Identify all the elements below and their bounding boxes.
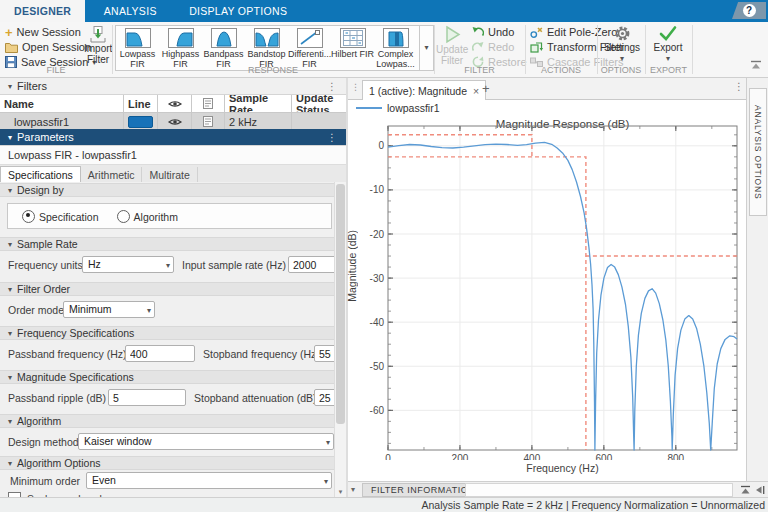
- frequency-units-select[interactable]: Hz▾: [82, 256, 174, 273]
- stopband-attenuation-field[interactable]: [314, 389, 336, 406]
- tab-designer[interactable]: DESIGNER: [0, 0, 85, 22]
- section-frequency-specifications[interactable]: ▾Frequency Specifications: [0, 326, 335, 340]
- analysis-options-strip: ANALYSIS OPTIONS: [746, 78, 768, 481]
- svg-text:-60: -60: [370, 405, 385, 416]
- section-magnitude-specifications[interactable]: ▾Magnitude Specifications: [0, 370, 335, 384]
- design-by-radio-group: Specification Algorithm: [7, 203, 332, 229]
- col-sample-rate: Sample Rate: [225, 95, 292, 112]
- parameters-panel-header[interactable]: ▾ Parameters ⋮: [0, 129, 346, 146]
- update-filter-icon: [443, 25, 462, 44]
- section-algorithm-options[interactable]: ▾Algorithm Options: [0, 456, 335, 470]
- actions-group-label: ACTIONS: [525, 65, 597, 75]
- figure-bar-menu-icon[interactable]: ⋮: [734, 81, 744, 92]
- radio-icon: [22, 210, 35, 223]
- open-session-button[interactable]: Open Session: [5, 41, 91, 53]
- collapse-arrow-icon[interactable]: ▾: [351, 485, 355, 494]
- help-button[interactable]: ?: [732, 2, 766, 19]
- radio-specification[interactable]: Specification: [22, 210, 99, 223]
- highpass-fir-button[interactable]: HighpassFIR: [159, 26, 202, 70]
- design-method-select[interactable]: Kaiser window▾: [78, 433, 334, 450]
- toolstrip-tab-bar: DESIGNER ANALYSIS DISPLAY OPTIONS ?: [0, 0, 768, 22]
- section-sample-rate[interactable]: ▾Sample Rate: [0, 237, 335, 251]
- minimize-ribbon-icon[interactable]: [750, 60, 762, 70]
- filter-name: lowpassfir1: [0, 113, 124, 130]
- export-check-icon: [659, 25, 677, 42]
- input-sample-rate-field[interactable]: [288, 256, 336, 273]
- plot-legend: lowpassfir1: [356, 102, 440, 114]
- svg-text:800: 800: [667, 453, 684, 460]
- section-design-by[interactable]: ▾Design by: [0, 183, 335, 197]
- help-icon: ?: [743, 4, 756, 17]
- annotation-cell[interactable]: [192, 113, 225, 130]
- parameters-scrollbar[interactable]: ▾: [334, 182, 346, 497]
- section-filter-order[interactable]: ▾Filter Order: [0, 282, 335, 296]
- y-axis-label: Magnitude (dB): [346, 230, 358, 302]
- visibility-cell[interactable]: [158, 113, 192, 130]
- filters-panel-header[interactable]: ▾ Filters ⋮: [0, 78, 346, 95]
- status-text: Analysis Sample Rate = 2 kHz | Frequency…: [421, 499, 765, 511]
- export-button[interactable]: Export ▾: [649, 25, 687, 64]
- close-tab-icon[interactable]: ×: [473, 85, 479, 97]
- filter-information-bar: ▾ FILTER INFORMATION: [348, 481, 768, 497]
- dock-panel-icon[interactable]: [755, 485, 765, 495]
- stopband-attenuation-label: Stopband attenuation (dB): [194, 392, 317, 404]
- input-sample-rate-label: Input sample rate (Hz): [182, 259, 286, 271]
- settings-dropdown-icon: ▾: [603, 53, 641, 64]
- svg-text:-50: -50: [370, 361, 385, 372]
- file-group-label: FILE: [0, 65, 112, 75]
- settings-button[interactable]: Settings ▾: [603, 25, 641, 64]
- lowpass-fir-icon: [125, 28, 151, 48]
- stopband-frequency-field[interactable]: [314, 345, 336, 362]
- parameters-panel-menu-icon[interactable]: ⋮: [327, 132, 338, 143]
- x-axis-label: Frequency (Hz): [388, 462, 737, 474]
- redo-button[interactable]: Redo: [472, 41, 514, 53]
- options-group-label: OPTIONS: [597, 65, 645, 75]
- export-dropdown-icon: ▾: [649, 53, 687, 64]
- passband-ripple-field[interactable]: [108, 389, 186, 406]
- tab-multirate[interactable]: Multirate: [142, 167, 197, 182]
- complex-lowpass-fir-button[interactable]: ComplexLowpas...: [374, 26, 417, 70]
- hilbert-fir-button[interactable]: Hilbert FIR: [331, 26, 374, 70]
- scrollbar-down-arrow[interactable]: ▾: [335, 488, 346, 496]
- hilbert-fir-icon: [340, 28, 366, 48]
- section-algorithm[interactable]: ▾Algorithm: [0, 414, 335, 428]
- line-color-cell[interactable]: [124, 113, 158, 130]
- import-filter-icon: [90, 26, 106, 43]
- chevron-down-icon: ▾: [147, 306, 151, 315]
- new-figure-tab-button[interactable]: +: [482, 81, 490, 96]
- undo-icon: [472, 26, 484, 38]
- design-method-label: Design method: [8, 436, 79, 448]
- expand-panel-icon[interactable]: [740, 485, 751, 495]
- bandstop-fir-button[interactable]: BandstopFIR: [245, 26, 288, 70]
- passband-frequency-label: Passband frequency (Hz): [8, 348, 126, 360]
- svg-text:-40: -40: [370, 317, 385, 328]
- legend-label: lowpassfir1: [387, 102, 440, 114]
- note-icon: [203, 116, 213, 127]
- scrollbar-thumb[interactable]: [336, 184, 345, 424]
- tab-arithmetic[interactable]: Arithmetic: [81, 167, 143, 182]
- bandpass-fir-button[interactable]: BandpassFIR: [202, 26, 245, 70]
- filters-table-header: Name Line Sample Rate Update Status: [0, 95, 346, 113]
- magnitude-figure-tab[interactable]: 1 (active): Magnitude ×: [362, 80, 486, 100]
- svg-text:-30: -30: [370, 273, 385, 284]
- radio-algorithm[interactable]: Algorithm: [117, 210, 178, 223]
- differentiator-fir-button[interactable]: Differenti...FIR: [288, 26, 331, 70]
- tab-display-options[interactable]: DISPLAY OPTIONS: [175, 0, 301, 22]
- update-status-cell: [292, 113, 346, 130]
- update-filter-button[interactable]: Update Filter: [436, 25, 468, 66]
- new-session-button[interactable]: + New Session: [5, 26, 81, 38]
- tab-specifications[interactable]: Specifications: [0, 166, 81, 182]
- collapse-triangle-icon: ▾: [8, 133, 12, 142]
- svg-text:200: 200: [452, 453, 469, 460]
- order-mode-select[interactable]: Minimum▾: [63, 301, 155, 318]
- lowpass-fir-button[interactable]: LowpassFIR: [116, 26, 159, 70]
- filters-panel-menu-icon[interactable]: ⋮: [327, 81, 338, 92]
- plot-canvas[interactable]: 02004006008000-10-20-30-40-50-60: [348, 116, 746, 460]
- passband-frequency-field[interactable]: [125, 345, 195, 362]
- analysis-options-tab[interactable]: ANALYSIS OPTIONS: [749, 88, 767, 216]
- undo-button[interactable]: Undo: [472, 26, 514, 38]
- minimum-order-select[interactable]: Even▾: [86, 472, 332, 489]
- radio-icon: [117, 210, 130, 223]
- import-filter-button[interactable]: Import Filter: [84, 26, 112, 65]
- tab-analysis[interactable]: ANALYSIS: [90, 0, 171, 22]
